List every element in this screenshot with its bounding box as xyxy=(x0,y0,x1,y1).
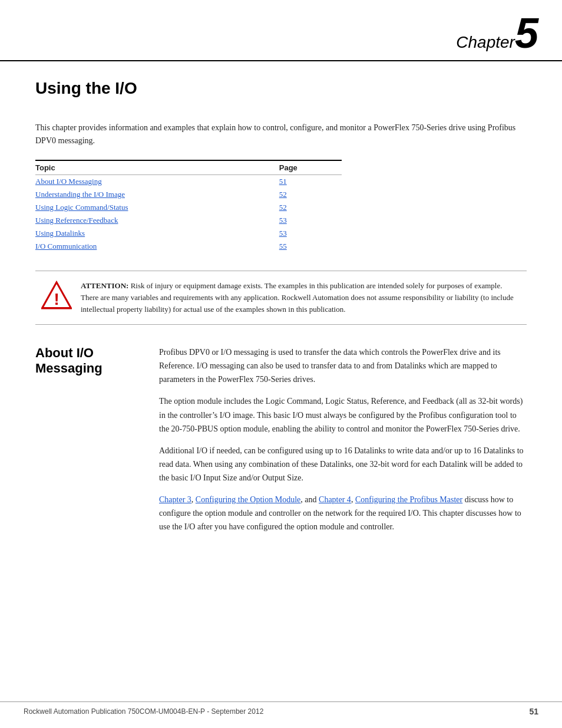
toc-row: I/O Communication55 xyxy=(35,240,342,253)
toc-topic-link[interactable]: About I/O Messaging xyxy=(35,177,102,186)
toc-row: Using Logic Command/Status52 xyxy=(35,201,342,214)
toc-page-cell: 51 xyxy=(273,174,342,188)
toc-page-link[interactable]: 53 xyxy=(279,216,287,225)
toc-table: Topic Page About I/O Messaging51Understa… xyxy=(35,160,342,253)
toc-topic-cell: I/O Communication xyxy=(35,240,273,253)
toc-row: About I/O Messaging51 xyxy=(35,174,342,188)
link-configuring-option-module[interactable]: Configuring the Option Module xyxy=(196,495,301,504)
section-para-4: Chapter 3, Configuring the Option Module… xyxy=(159,493,527,533)
section-heading: About I/O Messaging xyxy=(35,345,147,376)
toc-topic-link[interactable]: I/O Communication xyxy=(35,242,97,251)
link-chapter3[interactable]: Chapter 3 xyxy=(159,495,191,504)
toc-row: Using Datalinks53 xyxy=(35,227,342,240)
toc-topic-link[interactable]: Using Reference/Feedback xyxy=(35,216,118,225)
toc-page-link[interactable]: 52 xyxy=(279,190,287,199)
toc-topic-cell: Using Datalinks xyxy=(35,227,273,240)
toc-row: Using Reference/Feedback53 xyxy=(35,214,342,227)
toc-topic-cell: Using Logic Command/Status xyxy=(35,201,273,214)
chapter-word: Chapter xyxy=(456,33,515,51)
section-para-2: The option module includes the Logic Com… xyxy=(159,394,527,435)
page-title: Using the I/O xyxy=(35,79,527,98)
toc-page-link[interactable]: 55 xyxy=(279,242,287,251)
chapter-number: 5 xyxy=(515,9,538,57)
section-about-io: About I/O Messaging Profibus DPV0 or I/O… xyxy=(35,345,527,542)
toc-page-cell: 55 xyxy=(273,240,342,253)
toc-row: Understanding the I/O Image52 xyxy=(35,188,342,201)
toc-header-page: Page xyxy=(273,160,342,175)
toc-page-link[interactable]: 52 xyxy=(279,203,287,212)
toc-topic-cell: Understanding the I/O Image xyxy=(35,188,273,201)
toc-page-link[interactable]: 51 xyxy=(279,177,287,186)
intro-paragraph: This chapter provides information and ex… xyxy=(35,121,527,148)
attention-text: ATTENTION: Risk of injury or equipment d… xyxy=(81,280,521,315)
toc-topic-link[interactable]: Using Logic Command/Status xyxy=(35,203,128,212)
footer-page: 51 xyxy=(529,707,538,716)
footer: Rockwell Automation Publication 750COM-U… xyxy=(0,701,562,716)
attention-body: Risk of injury or equipment damage exist… xyxy=(81,281,514,314)
toc-page-cell: 53 xyxy=(273,214,342,227)
link-configuring-profibus-master[interactable]: Configuring the Profibus Master xyxy=(355,495,462,504)
toc-topic-cell: Using Reference/Feedback xyxy=(35,214,273,227)
section-left-col: About I/O Messaging xyxy=(35,345,159,542)
attention-box: ! ATTENTION: Risk of injury or equipment… xyxy=(35,271,527,325)
section-para-3: Additional I/O if needed, can be configu… xyxy=(159,444,527,485)
toc-page-cell: 53 xyxy=(273,227,342,240)
toc-page-cell: 52 xyxy=(273,188,342,201)
toc-topic-link[interactable]: Understanding the I/O Image xyxy=(35,190,125,199)
main-content: Using the I/O This chapter provides info… xyxy=(0,61,562,565)
link-chapter4[interactable]: Chapter 4 xyxy=(319,495,351,504)
attention-icon: ! xyxy=(41,280,72,313)
footer-center: Rockwell Automation Publication 750COM-U… xyxy=(24,707,263,716)
svg-text:!: ! xyxy=(54,289,59,308)
toc-page-link[interactable]: 53 xyxy=(279,229,287,238)
toc-topic-link[interactable]: Using Datalinks xyxy=(35,229,85,238)
attention-label: ATTENTION: xyxy=(81,281,128,290)
toc-header-topic: Topic xyxy=(35,160,273,175)
section-para-1: Profibus DPV0 or I/O messaging is used t… xyxy=(159,345,527,386)
chapter-header: Chapter5 xyxy=(0,0,562,61)
toc-topic-cell: About I/O Messaging xyxy=(35,174,273,188)
toc-page-cell: 52 xyxy=(273,201,342,214)
section-right-col: Profibus DPV0 or I/O messaging is used t… xyxy=(159,345,527,542)
